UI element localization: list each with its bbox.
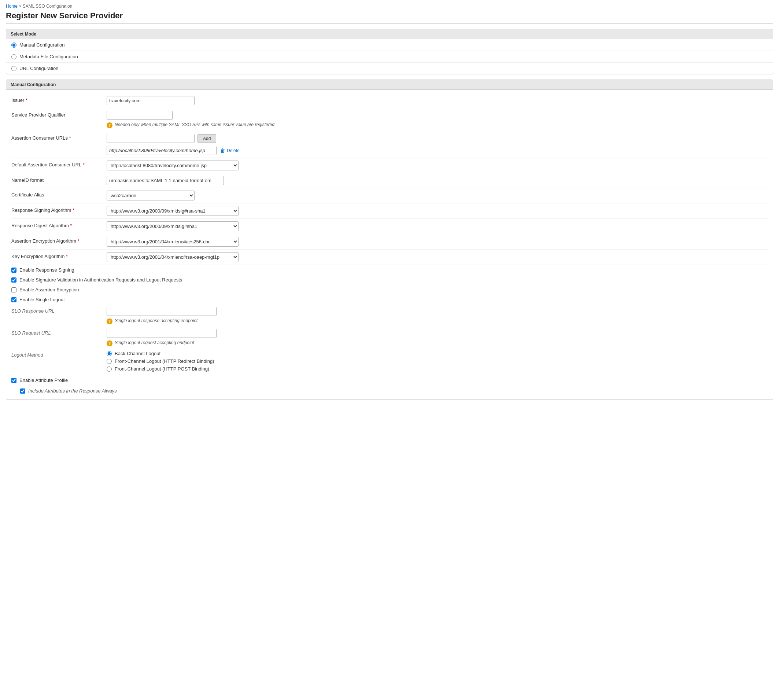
breadcrumb-separator: > [19, 4, 22, 9]
default-acs-url-control: http://localhost:8080/travelocity.com/ho… [107, 160, 767, 170]
enable-assertion-enc-checkbox[interactable] [12, 287, 17, 292]
nameid-format-control [107, 176, 767, 185]
front-channel-redirect-radio[interactable] [107, 359, 112, 364]
resp-digest-algo-row: Response Digest Algorithm * http://www.w… [12, 219, 767, 234]
front-channel-redirect-label: Front-Channel Logout (HTTP Redirect Bind… [115, 358, 214, 364]
front-channel-post-radio[interactable] [107, 367, 112, 372]
help-icon: ? [107, 122, 113, 128]
resp-signing-algo-label: Response Signing Algorithm * [12, 206, 107, 213]
resp-signing-algo-required: * [73, 207, 74, 213]
assert-enc-algo-required: * [78, 238, 80, 244]
acs-urls-required: * [69, 135, 71, 141]
delete-label: Delete [227, 148, 240, 153]
slo-response-url-input[interactable] [107, 307, 216, 316]
enable-response-signing-label: Enable Response Signing [20, 267, 74, 273]
key-enc-algo-control: http://www.w3.org/2001/04/xmlenc#rsa-oae… [107, 252, 767, 262]
slo-response-url-row: SLO Response URL ? Single logout respons… [12, 305, 767, 327]
key-enc-algo-label: Key Encryption Algorithm * [12, 252, 107, 259]
back-channel-label: Back-Channel Logout [115, 351, 160, 356]
slo-request-url-label: SLO Request URL [12, 329, 107, 336]
enable-attr-profile-label: Enable Attribute Profile [20, 377, 68, 383]
issuer-required: * [26, 97, 27, 103]
acs-urls-label: Assertion Consumer URLs * [12, 134, 107, 141]
assert-enc-algo-row: Assertion Encryption Algorithm * http://… [12, 234, 767, 250]
resp-digest-algo-select[interactable]: http://www.w3.org/2000/09/xmldsig#sha1 [107, 222, 238, 231]
logout-method-options: Back-Channel Logout Front-Channel Logout… [107, 351, 767, 372]
include-attrs-checkbox[interactable] [20, 388, 25, 393]
enable-response-signing-checkbox[interactable] [12, 268, 17, 273]
add-acs-url-button[interactable]: Add [198, 134, 216, 143]
issuer-row: Issuer * [12, 93, 767, 108]
slo-request-help-text: Single logout request accepting endpoint [115, 340, 194, 345]
acs-urls-row: Assertion Consumer URLs * Add 🗑 Delete [12, 131, 767, 158]
delete-acs-url-button[interactable]: 🗑 Delete [219, 147, 241, 154]
slo-request-url-input[interactable] [107, 329, 216, 338]
breadcrumb-current: SAML SSO Configuration [23, 4, 73, 9]
slo-response-url-control: ? Single logout response accepting endpo… [107, 307, 767, 324]
mode-label-url: URL Configuration [20, 66, 58, 71]
slo-request-help-icon: ? [107, 340, 113, 346]
mode-option-url[interactable]: URL Configuration [6, 63, 773, 74]
enable-assertion-enc-row: Enable Assertion Encryption [12, 285, 767, 295]
mode-option-manual[interactable]: Manual Configuration [6, 39, 773, 51]
acs-urls-control: Add 🗑 Delete [107, 134, 767, 155]
issuer-control [107, 96, 767, 105]
default-acs-url-select[interactable]: http://localhost:8080/travelocity.com/ho… [107, 160, 238, 170]
sp-qualifier-row: Service Provider Qualifier ? Needed only… [12, 108, 767, 131]
key-enc-algo-select[interactable]: http://www.w3.org/2001/04/xmlenc#rsa-oae… [107, 252, 238, 262]
acs-url-add-row: Add [107, 134, 767, 143]
manual-config-body: Issuer * Service Provider Qualifier ? Ne… [6, 90, 773, 400]
default-acs-url-required: * [83, 162, 85, 167]
mode-radio-metadata[interactable] [12, 54, 17, 59]
slo-request-url-control: ? Single logout request accepting endpoi… [107, 329, 767, 346]
acs-url-input[interactable] [107, 134, 195, 143]
front-channel-redirect-option: Front-Channel Logout (HTTP Redirect Bind… [107, 358, 767, 364]
sp-qualifier-input[interactable] [107, 111, 173, 120]
slo-response-url-label: SLO Response URL [12, 307, 107, 314]
include-attrs-label: Include Attributes in the Response Alway… [28, 388, 117, 393]
nameid-format-row: NameID format [12, 173, 767, 188]
enable-response-signing-row: Enable Response Signing [12, 265, 767, 275]
default-acs-url-label: Default Assertion Consumer URL * [12, 160, 107, 167]
resp-signing-algo-select[interactable]: http://www.w3.org/2000/09/xmldsig#rsa-sh… [107, 206, 238, 216]
breadcrumb: Home > SAML SSO Configuration [6, 4, 773, 9]
enable-sig-validation-label: Enable Signature Validation in Authentic… [20, 277, 182, 283]
nameid-format-label: NameID format [12, 176, 107, 183]
select-mode-section: Select Mode Manual Configuration Metadat… [6, 29, 773, 74]
issuer-input[interactable] [107, 96, 195, 105]
mode-label-manual: Manual Configuration [20, 42, 65, 48]
sp-qualifier-help: ? Needed only when multiple SAML SSO SPs… [107, 122, 767, 128]
page-title: Register New Service Provider [6, 11, 773, 24]
enable-slo-row: Enable Single Logout [12, 295, 767, 305]
enable-attr-profile-checkbox[interactable] [12, 378, 17, 383]
cert-alias-row: Certificate Alias wso2carbon [12, 188, 767, 203]
home-link[interactable]: Home [6, 4, 18, 9]
assert-enc-algo-label: Assertion Encryption Algorithm * [12, 237, 107, 244]
mode-radio-manual[interactable] [12, 43, 17, 48]
resp-digest-algo-label: Response Digest Algorithm * [12, 222, 107, 228]
slo-response-help-text: Single logout response accepting endpoin… [115, 318, 198, 323]
back-channel-option: Back-Channel Logout [107, 351, 767, 356]
slo-response-help-icon: ? [107, 318, 113, 324]
front-channel-post-option: Front-Channel Logout (HTTP POST Binding) [107, 366, 767, 372]
select-mode-header: Select Mode [6, 29, 773, 39]
slo-response-url-help: ? Single logout response accepting endpo… [107, 318, 767, 324]
enable-slo-checkbox[interactable] [12, 297, 17, 302]
mode-radio-url[interactable] [12, 66, 17, 71]
back-channel-radio[interactable] [107, 351, 112, 356]
enable-sig-validation-checkbox[interactable] [12, 277, 17, 283]
front-channel-post-label: Front-Channel Logout (HTTP POST Binding) [115, 366, 209, 372]
cert-alias-select[interactable]: wso2carbon [107, 190, 195, 200]
sp-qualifier-control: ? Needed only when multiple SAML SSO SPs… [107, 111, 767, 128]
enable-slo-label: Enable Single Logout [20, 297, 65, 302]
logout-method-label: Logout Method [12, 351, 107, 372]
cert-alias-label: Certificate Alias [12, 190, 107, 198]
nameid-format-input[interactable] [107, 176, 224, 185]
enable-sig-validation-row: Enable Signature Validation in Authentic… [12, 275, 767, 285]
include-attrs-row: Include Attributes in the Response Alway… [20, 386, 767, 396]
key-enc-algo-row: Key Encryption Algorithm * http://www.w3… [12, 250, 767, 265]
mode-option-metadata[interactable]: Metadata File Configuration [6, 51, 773, 63]
mode-label-metadata: Metadata File Configuration [20, 54, 78, 59]
trash-icon: 🗑 [220, 148, 225, 153]
assert-enc-algo-select[interactable]: http://www.w3.org/2001/04/xmlenc#aes256-… [107, 237, 238, 247]
